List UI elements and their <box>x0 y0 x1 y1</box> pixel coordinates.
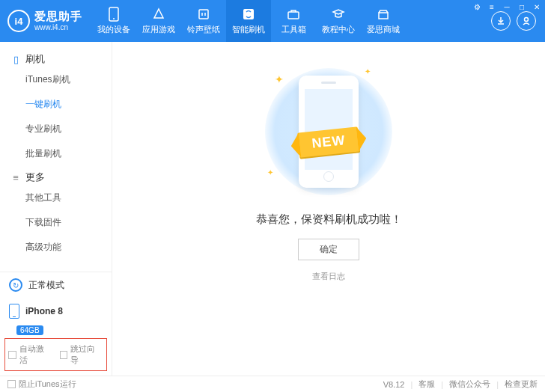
highlighted-options: 自动激活 跳过向导 <box>4 338 107 371</box>
sidebar-item-itunes-flash[interactable]: iTunes刷机 <box>0 67 112 92</box>
user-button[interactable] <box>517 11 536 31</box>
sidebar-item-other-tools[interactable]: 其他工具 <box>0 186 112 210</box>
svg-rect-5 <box>379 13 388 19</box>
success-message: 恭喜您，保资料刷机成功啦！ <box>256 212 402 227</box>
minimize-button[interactable]: ─ <box>502 1 512 12</box>
svg-rect-4 <box>288 12 299 19</box>
sidebar-item-pro-flash[interactable]: 专业刷机 <box>0 117 112 141</box>
footer-link-wechat[interactable]: 微信公众号 <box>449 379 490 390</box>
nav-toolbox[interactable]: 工具箱 <box>271 0 316 42</box>
checkbox-icon <box>60 351 68 359</box>
top-nav: 我的设备 应用游戏 铃声壁纸 智能刷机 工具箱 教程中心 爱思商城 <box>91 0 491 42</box>
nav-flash[interactable]: 智能刷机 <box>226 0 271 42</box>
sidebar: ▯ 刷机 iTunes刷机 一键刷机 专业刷机 批量刷机 ≡ 更多 其他工具 下… <box>0 42 112 376</box>
store-icon <box>376 7 391 22</box>
svg-point-6 <box>525 18 529 22</box>
device-info[interactable]: iPhone 8 <box>0 298 112 325</box>
view-log-link[interactable]: 查看日志 <box>312 271 345 282</box>
checkbox-skip-guide[interactable]: 跳过向导 <box>60 343 104 366</box>
sidebar-item-oneclick-flash[interactable]: 一键刷机 <box>0 92 112 117</box>
flash-icon <box>241 7 256 22</box>
brand: i4 爱思助手 www.i4.cn <box>0 0 91 42</box>
success-illustration: ✦ ✦ ✦ NEW <box>254 64 404 199</box>
checkbox-icon <box>8 351 16 359</box>
phone-small-icon <box>9 304 19 319</box>
star-icon: ✦ <box>275 73 284 85</box>
nav-store[interactable]: 爱思商城 <box>361 0 406 42</box>
app-header: i4 爱思助手 www.i4.cn 我的设备 应用游戏 铃声壁纸 智能刷机 工具… <box>0 0 545 42</box>
window-controls: ⚙ ≡ ─ □ ✕ <box>472 1 542 12</box>
device-icon <box>106 7 121 22</box>
brand-title: 爱思助手 <box>34 10 82 23</box>
tutorial-icon <box>331 7 346 22</box>
checkbox-auto-activate[interactable]: 自动激活 <box>8 343 52 366</box>
status-bar: 阻止iTunes运行 V8.12 | 客服 | 微信公众号 | 检查更新 <box>0 376 545 392</box>
brand-subtitle: www.i4.cn <box>34 23 82 31</box>
svg-point-1 <box>113 18 115 19</box>
maximize-button[interactable]: □ <box>517 1 527 12</box>
checkbox-block-itunes[interactable]: 阻止iTunes运行 <box>7 379 76 390</box>
media-icon <box>196 7 211 22</box>
version-label: V8.12 <box>383 380 405 389</box>
toolbox-icon <box>286 7 301 22</box>
star-icon: ✦ <box>267 168 273 177</box>
nav-ringtones[interactable]: 铃声壁纸 <box>181 0 226 42</box>
sidebar-item-download-firmware[interactable]: 下载固件 <box>0 210 112 235</box>
nav-my-device[interactable]: 我的设备 <box>91 0 136 42</box>
footer-link-support[interactable]: 客服 <box>418 379 435 390</box>
sidebar-group-flash[interactable]: ▯ 刷机 <box>0 48 112 67</box>
star-icon: ✦ <box>365 67 371 76</box>
nav-apps[interactable]: 应用游戏 <box>136 0 181 42</box>
brand-logo-icon: i4 <box>7 10 30 32</box>
menu-icon[interactable]: ≡ <box>487 1 497 12</box>
phone-icon: ▯ <box>10 54 21 65</box>
footer-link-update[interactable]: 检查更新 <box>505 379 538 390</box>
close-button[interactable]: ✕ <box>532 1 542 12</box>
more-icon: ≡ <box>10 172 21 183</box>
refresh-icon: ↻ <box>9 278 22 292</box>
checkbox-icon <box>7 380 16 388</box>
ok-button[interactable]: 确定 <box>298 239 359 260</box>
settings-icon[interactable]: ⚙ <box>472 1 482 12</box>
sidebar-item-batch-flash[interactable]: 批量刷机 <box>0 141 112 166</box>
storage-badge: 64GB <box>16 325 43 335</box>
sidebar-item-advanced[interactable]: 高级功能 <box>0 235 112 260</box>
device-mode[interactable]: ↻ 正常模式 <box>0 272 112 298</box>
sidebar-group-more[interactable]: ≡ 更多 <box>0 166 112 186</box>
apps-icon <box>151 7 166 22</box>
download-button[interactable] <box>491 11 511 31</box>
svg-rect-2 <box>199 10 208 19</box>
main-content: ✦ ✦ ✦ NEW 恭喜您，保资料刷机成功啦！ 确定 查看日志 <box>112 42 545 376</box>
nav-tutorial[interactable]: 教程中心 <box>316 0 361 42</box>
